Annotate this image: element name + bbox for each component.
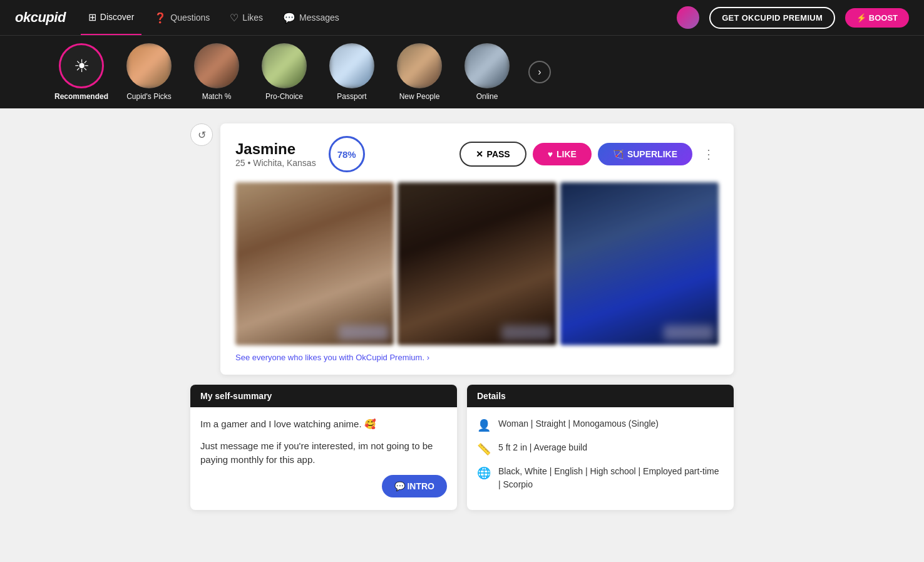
nav-discover[interactable]: ⊞ Discover [81, 0, 141, 35]
likes-icon: ♡ [230, 12, 239, 24]
disc-item-passport[interactable]: Passport [321, 43, 383, 101]
identity-text: Woman | Straight | Monogamous (Single) [498, 417, 659, 430]
nav-likes-label: Likes [242, 13, 263, 23]
height-icon: 📏 [477, 442, 491, 456]
superlike-label: SUPERLIKE [627, 149, 677, 159]
messages-icon: 💬 [283, 12, 295, 24]
disc-item-new-people[interactable]: New People [388, 43, 451, 101]
disc-thumb-new-people [397, 43, 442, 88]
questions-icon: ❓ [154, 12, 167, 24]
disc-label-recommended: Recommended [54, 92, 108, 101]
more-options-button[interactable]: ⋮ [699, 144, 719, 164]
action-buttons: ✕ PASS ♥ LIKE 🏹 SUPERLIKE ⋮ [459, 142, 719, 167]
undo-button[interactable]: ↺ [190, 123, 213, 146]
pass-button[interactable]: ✕ PASS [459, 142, 526, 167]
user-avatar[interactable] [677, 6, 699, 29]
profile-sections: My self-summary Im a gamer and I love wa… [190, 385, 734, 510]
disc-label-cupids-picks: Cupid's Picks [126, 92, 172, 101]
nav-messages[interactable]: 💬 Messages [275, 0, 347, 35]
nav-messages-label: Messages [299, 13, 339, 23]
disc-label-passport: Passport [337, 92, 366, 101]
heart-icon: ♥ [548, 149, 553, 159]
self-summary-card: My self-summary Im a gamer and I love wa… [190, 385, 457, 510]
disc-thumb-passport [329, 43, 374, 88]
profile-header: Jasmine 25 • Wichita, Kansas 78% ✕ PASS [235, 136, 719, 172]
background-text: Black, White | English | High school | E… [498, 465, 724, 491]
photo-3-overlay [664, 325, 714, 340]
summary-para-1: Im a gamer and I love watching anime. 🥰 [200, 417, 447, 432]
photo-grid [235, 182, 719, 345]
profile-name: Jasmine [235, 140, 316, 158]
height-text: 5 ft 2 in | Average build [498, 441, 587, 454]
nav-questions[interactable]: ❓ Questions [146, 0, 217, 35]
nav-questions-label: Questions [170, 13, 210, 23]
match-percentage: 78% [329, 136, 365, 172]
navbar: okcupid ⊞ Discover ❓ Questions ♡ Likes 💬… [0, 0, 924, 35]
disc-thumb-cupids-picks [126, 43, 172, 88]
nav-likes[interactable]: ♡ Likes [222, 0, 270, 35]
pass-label: PASS [487, 149, 510, 159]
boost-button[interactable]: ⚡ BOOST [845, 8, 909, 28]
self-summary-header: My self-summary [190, 385, 457, 407]
disc-label-new-people: New People [399, 92, 440, 101]
summary-para-2: Just message me if you're interested, im… [200, 439, 447, 467]
disc-label-pro-choice: Pro-Choice [265, 92, 303, 101]
nav-discover-label: Discover [100, 12, 134, 22]
disc-thumb-recommended [59, 43, 104, 88]
disc-item-online[interactable]: Online [456, 43, 518, 101]
discovery-bar: Recommended Cupid's Picks Match % Pro-Ch… [0, 35, 924, 108]
like-button[interactable]: ♥ LIKE [533, 143, 592, 165]
photo-2[interactable] [398, 182, 556, 345]
disc-label-online: Online [476, 92, 498, 101]
details-card: Details 👤 Woman | Straight | Monogamous … [467, 385, 734, 510]
details-header: Details [467, 385, 734, 407]
like-label: LIKE [557, 149, 577, 159]
disc-thumb-match [194, 43, 239, 88]
identity-icon: 👤 [477, 419, 491, 432]
detail-row-identity: 👤 Woman | Straight | Monogamous (Single) [477, 417, 724, 432]
superlike-icon: 🏹 [613, 149, 624, 159]
disc-item-match[interactable]: Match % [185, 43, 248, 101]
details-body: 👤 Woman | Straight | Monogamous (Single)… [467, 407, 734, 510]
disc-thumb-pro-choice [262, 43, 307, 88]
premium-button[interactable]: GET OKCUPID PREMIUM [709, 7, 835, 29]
detail-row-height: 📏 5 ft 2 in | Average build [477, 441, 724, 456]
intro-button[interactable]: 💬 INTRO [382, 475, 447, 497]
discovery-next-button[interactable]: › [528, 61, 551, 83]
premium-link[interactable]: See everyone who likes you with OkCupid … [235, 353, 719, 362]
background-icon: 🌐 [477, 466, 491, 480]
detail-row-background: 🌐 Black, White | English | High school |… [477, 465, 724, 491]
disc-item-cupids-picks[interactable]: Cupid's Picks [118, 43, 180, 101]
profile-sub: 25 • Wichita, Kansas [235, 158, 316, 168]
disc-item-pro-choice[interactable]: Pro-Choice [253, 43, 316, 101]
main-content: ↺ Jasmine 25 • Wichita, Kansas 78% ✕ [180, 123, 744, 510]
photo-1[interactable] [235, 182, 394, 345]
discover-icon: ⊞ [88, 11, 96, 23]
profile-name-group: Jasmine 25 • Wichita, Kansas [235, 140, 316, 168]
disc-label-match: Match % [202, 92, 232, 101]
photo-1-overlay [339, 325, 389, 340]
photo-2-overlay [501, 325, 552, 340]
disc-item-recommended[interactable]: Recommended [50, 43, 113, 101]
disc-thumb-online [465, 43, 510, 88]
superlike-button[interactable]: 🏹 SUPERLIKE [598, 143, 692, 165]
profile-card: Jasmine 25 • Wichita, Kansas 78% ✕ PASS [220, 123, 734, 375]
app-logo[interactable]: okcupid [15, 9, 66, 26]
self-summary-body: Im a gamer and I love watching anime. 🥰 … [190, 407, 457, 507]
pass-x-icon: ✕ [476, 149, 483, 159]
photo-3[interactable] [560, 182, 719, 345]
